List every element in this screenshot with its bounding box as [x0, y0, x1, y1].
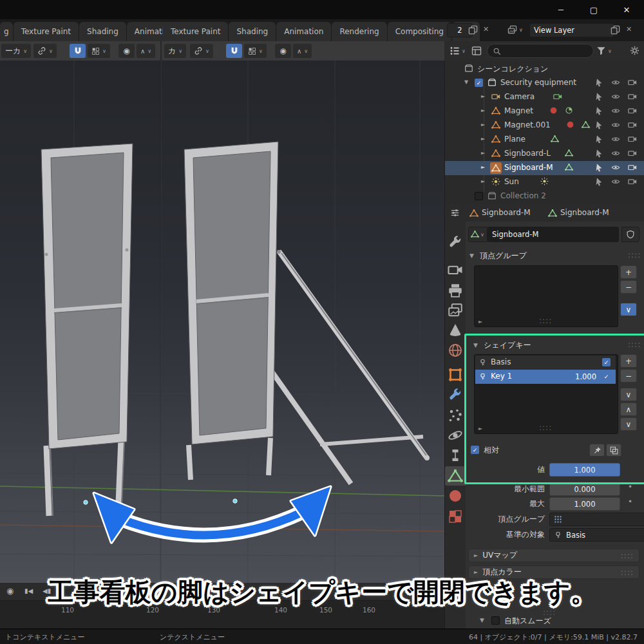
move-shape-key-down-button[interactable] — [620, 417, 637, 431]
expand-icon[interactable] — [481, 108, 485, 113]
add-vertex-group-button[interactable] — [620, 265, 637, 279]
eye-icon[interactable] — [611, 120, 620, 129]
section-expand-icon[interactable] — [473, 342, 478, 348]
eye-icon[interactable] — [611, 106, 620, 115]
tab-physics-icon[interactable] — [448, 428, 463, 443]
collection-checkbox[interactable] — [475, 79, 483, 87]
render-visibility-icon[interactable] — [628, 135, 637, 144]
selectable-icon[interactable] — [594, 163, 603, 172]
outliner-row-plane[interactable]: Plane — [445, 133, 644, 147]
tab-material-icon[interactable] — [448, 488, 463, 504]
expand-icon[interactable] — [481, 93, 485, 99]
shape-key-checkbox[interactable] — [602, 372, 611, 381]
tab-animation-2[interactable]: Animation — [276, 22, 331, 41]
outliner-row-scene-collection[interactable]: シーンコレクション — [445, 62, 644, 76]
outliner-row-magnet-001[interactable]: Magnet.001 — [445, 118, 644, 133]
tab-shading[interactable]: Shading — [79, 22, 126, 41]
tab-texture-icon[interactable] — [448, 509, 463, 524]
auto-smooth-checkbox[interactable] — [491, 616, 500, 625]
edit-mode-shape-button[interactable] — [606, 444, 621, 457]
outliner-row-sun[interactable]: Sun — [445, 175, 644, 189]
falloff-dropdown-right[interactable] — [293, 44, 312, 58]
snap-target-dropdown-left[interactable] — [88, 44, 110, 58]
expand-icon[interactable] — [481, 150, 485, 156]
expand-icon[interactable] — [481, 164, 485, 170]
breadcrumb-data[interactable]: Signboard-M — [560, 208, 609, 217]
expand-icon[interactable] — [481, 136, 485, 142]
shape-key-row-key1[interactable]: Key 1 1.000 — [475, 370, 616, 384]
add-shape-key-button[interactable] — [620, 354, 637, 368]
outliner-row-collection-2[interactable]: Collection 2 — [445, 189, 644, 204]
shape-key-specials-button[interactable] — [620, 388, 637, 401]
selectable-icon[interactable] — [594, 135, 603, 144]
uv-maps-section[interactable]: UVマップ — [468, 549, 639, 562]
view-layer-icon[interactable] — [507, 25, 517, 35]
proportional-edit-toggle-right[interactable] — [275, 44, 291, 58]
collection-checkbox[interactable] — [475, 192, 483, 200]
data-selector-button[interactable] — [468, 227, 488, 242]
tab-particles-icon[interactable] — [448, 408, 463, 423]
selectable-icon[interactable] — [594, 120, 603, 129]
animate-dot-icon[interactable] — [628, 497, 632, 506]
close-button[interactable] — [616, 3, 638, 17]
tab-compositing[interactable]: Compositing — [388, 22, 451, 41]
shape-keys-list[interactable]: Basis Key 1 1.000 — [474, 354, 618, 434]
render-visibility-icon[interactable] — [628, 120, 637, 129]
snap-target-dropdown-right[interactable] — [244, 44, 267, 58]
view-layer-field[interactable]: View Layer — [529, 23, 614, 37]
eye-icon[interactable] — [611, 177, 620, 186]
tab-constraints-icon[interactable] — [448, 448, 463, 463]
tab-object-data-icon[interactable] — [448, 468, 463, 484]
move-shape-key-up-button[interactable] — [620, 402, 637, 416]
tab-scene-icon[interactable] — [448, 322, 463, 337]
tab-render-icon[interactable] — [448, 262, 463, 278]
snap-toggle-left[interactable] — [70, 44, 86, 58]
tab-cutoff[interactable]: g — [0, 22, 13, 41]
breadcrumb-object[interactable]: Signboard-M — [482, 208, 531, 217]
tab-texture-paint[interactable]: Texture Paint — [14, 22, 79, 41]
eye-icon[interactable] — [611, 163, 620, 172]
outliner-row-signboard-l[interactable]: Signboard-L — [445, 147, 644, 161]
section-expand-icon[interactable] — [469, 252, 474, 259]
vertex-groups-title[interactable]: 頂点グループ — [480, 251, 527, 261]
outliner-row-magnet[interactable]: Magnet — [445, 104, 644, 118]
expand-icon[interactable] — [481, 178, 485, 184]
orientation-dropdown-right[interactable]: カ — [164, 44, 186, 58]
pin-shape-button[interactable] — [589, 444, 605, 457]
outliner-row-camera[interactable]: Camera — [445, 90, 644, 104]
animate-dot-icon[interactable] — [628, 482, 632, 491]
vertex-groups-list[interactable] — [474, 265, 618, 327]
search-input[interactable] — [487, 44, 594, 58]
maximize-button[interactable] — [583, 3, 605, 17]
tab-rendering[interactable]: Rendering — [332, 22, 386, 41]
range-max-field[interactable]: 1.000 — [549, 497, 620, 511]
tab-texture-paint-2[interactable]: Texture Paint — [163, 22, 228, 41]
selectable-icon[interactable] — [594, 177, 603, 186]
eye-icon[interactable] — [611, 149, 620, 158]
remove-shape-key-button[interactable] — [620, 369, 637, 383]
render-visibility-icon[interactable] — [628, 106, 637, 115]
selectable-icon[interactable] — [594, 149, 603, 158]
relative-checkbox[interactable] — [471, 446, 479, 454]
orientation-dropdown-left[interactable]: ーカ — [1, 44, 31, 58]
render-visibility-icon[interactable] — [628, 149, 637, 158]
tab-world-icon[interactable] — [448, 343, 463, 358]
data-name-field[interactable]: Signboard-M — [488, 227, 619, 242]
eye-icon[interactable] — [611, 135, 620, 144]
delete-view-layer-icon[interactable] — [626, 25, 632, 33]
shape-key-row-basis[interactable]: Basis — [475, 355, 616, 370]
snap-toggle-right[interactable] — [226, 44, 242, 58]
selectable-icon[interactable] — [594, 92, 603, 101]
pivot-dropdown-left[interactable] — [33, 44, 57, 58]
display-mode-icon[interactable] — [471, 46, 482, 56]
pivot-dropdown-right[interactable] — [190, 44, 213, 58]
eye-icon[interactable] — [611, 92, 620, 101]
chevron-down-icon[interactable] — [462, 48, 466, 54]
range-min-field[interactable]: 0.000 — [549, 482, 620, 496]
fake-user-button[interactable] — [621, 227, 639, 242]
render-visibility-icon[interactable] — [628, 78, 637, 87]
copy-scene-icon[interactable] — [468, 25, 478, 35]
render-visibility-icon[interactable] — [628, 163, 637, 172]
editor-type-icon[interactable] — [450, 46, 460, 56]
render-visibility-icon[interactable] — [628, 92, 637, 101]
